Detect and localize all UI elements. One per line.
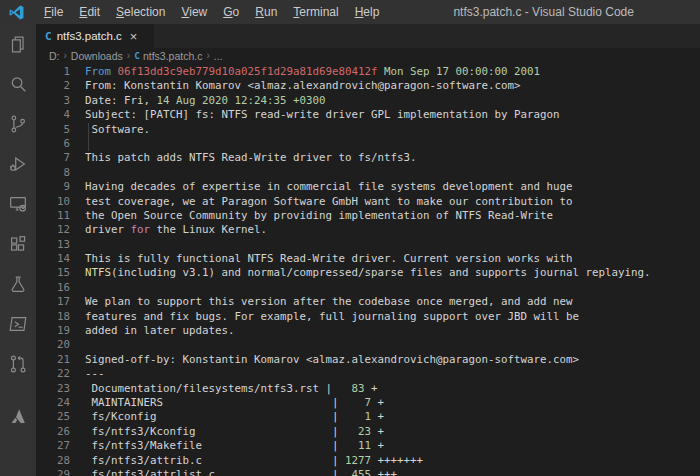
- menu-go[interactable]: Go: [215, 0, 247, 24]
- line-content: [70, 281, 700, 295]
- line-number: 6: [36, 137, 70, 151]
- code-line[interactable]: 25 fs/Kconfig | 1 +: [36, 410, 700, 424]
- vscode-logo-icon: [8, 4, 24, 20]
- line-content: fs/ntfs3/attrlist.c | 455 +++: [70, 468, 700, 476]
- code-line[interactable]: 10test coverage, we at Paragon Software …: [36, 195, 700, 209]
- code-line[interactable]: 11the Open Source Community by providing…: [36, 209, 700, 223]
- line-content: test coverage, we at Paragon Software Gm…: [70, 195, 700, 209]
- title-bar: FileEditSelectionViewGoRunTerminalHelp n…: [0, 0, 700, 24]
- github-pull-request-icon[interactable]: [6, 352, 30, 376]
- line-number: 27: [36, 439, 70, 453]
- line-content: ---: [70, 367, 700, 381]
- line-content: Subject: [PATCH] fs: NTFS read-write dri…: [70, 108, 700, 122]
- tab-bar: C ntfs3.patch.c ×: [36, 24, 700, 48]
- code-area[interactable]: 1From 06f13dd3c9eb779d10a025f1d29a81d69e…: [36, 63, 700, 476]
- breadcrumb-item[interactable]: D:: [49, 50, 60, 62]
- line-content: driver for the Linux Kernel.: [70, 223, 700, 237]
- code-line[interactable]: 8: [36, 166, 700, 180]
- tab-close-icon[interactable]: ×: [130, 30, 138, 43]
- code-line[interactable]: 7This patch adds NTFS Read-Write driver …: [36, 151, 700, 165]
- code-line[interactable]: 9Having decades of expertise in commerci…: [36, 180, 700, 194]
- menu-file[interactable]: File: [36, 0, 71, 24]
- code-line[interactable]: 19added in later updates.: [36, 324, 700, 338]
- line-number: 8: [36, 166, 70, 180]
- line-number: 10: [36, 195, 70, 209]
- menu-help[interactable]: Help: [347, 0, 388, 24]
- line-number: 13: [36, 238, 70, 252]
- breadcrumb-item[interactable]: ...: [214, 50, 223, 62]
- menu-terminal[interactable]: Terminal: [285, 0, 346, 24]
- breadcrumb-item[interactable]: Downloads: [71, 50, 123, 62]
- line-number: 28: [36, 454, 70, 468]
- breadcrumb-separator: ›: [127, 50, 130, 61]
- line-content: Signed-off-by: Konstantin Komarov <almaz…: [70, 353, 700, 367]
- line-content: Having decades of expertise in commercia…: [70, 180, 700, 194]
- line-number: 22: [36, 367, 70, 381]
- code-line[interactable]: 2From: Konstantin Komarov <almaz.alexand…: [36, 79, 700, 93]
- c-language-icon: C: [45, 30, 52, 43]
- line-content: MAINTAINERS | 7 +: [70, 396, 700, 410]
- code-line[interactable]: 23 Documentation/filesystems/ntfs3.rst |…: [36, 382, 700, 396]
- line-content: fs/ntfs3/attrib.c | 1277 +++++++: [70, 454, 700, 468]
- line-number: 14: [36, 252, 70, 266]
- line-content: features and fix bugs. For example, full…: [70, 310, 700, 324]
- azure-icon[interactable]: [6, 404, 30, 428]
- code-line[interactable]: 1From 06f13dd3c9eb779d10a025f1d29a81d69e…: [36, 65, 700, 79]
- line-content: This patch adds NTFS Read-Write driver t…: [70, 151, 700, 165]
- breadcrumb: D:›Downloads›Cntfs3.patch.c›...: [36, 48, 700, 63]
- breadcrumb-separator: ›: [64, 50, 67, 61]
- code-line[interactable]: 24 MAINTAINERS | 7 +: [36, 396, 700, 410]
- testing-beaker-icon[interactable]: [6, 272, 30, 296]
- code-line[interactable]: 28 fs/ntfs3/attrib.c | 1277 +++++++: [36, 454, 700, 468]
- code-line[interactable]: 4Subject: [PATCH] fs: NTFS read-write dr…: [36, 108, 700, 122]
- search-icon[interactable]: [6, 72, 30, 96]
- code-line[interactable]: 12driver for the Linux Kernel.: [36, 223, 700, 237]
- code-line[interactable]: 29 fs/ntfs3/attrlist.c | 455 +++: [36, 468, 700, 476]
- code-line[interactable]: 17We plan to support this version after …: [36, 295, 700, 309]
- terminal-powershell-icon[interactable]: [6, 312, 30, 336]
- code-line[interactable]: 18features and fix bugs. For example, fu…: [36, 310, 700, 324]
- menu-selection[interactable]: Selection: [108, 0, 173, 24]
- line-content: fs/Kconfig | 1 +: [70, 410, 700, 424]
- line-number: 17: [36, 295, 70, 309]
- breadcrumb-item[interactable]: Cntfs3.patch.c: [134, 50, 202, 62]
- tab-label: ntfs3.patch.c: [57, 30, 122, 42]
- code-line[interactable]: 6: [36, 137, 700, 151]
- line-content: Documentation/filesystems/ntfs3.rst | 83…: [70, 382, 700, 396]
- extensions-icon[interactable]: [6, 232, 30, 256]
- vscode-window: FileEditSelectionViewGoRunTerminalHelp n…: [0, 0, 700, 476]
- menu-run[interactable]: Run: [247, 0, 285, 24]
- code-line[interactable]: 14This is fully functional NTFS Read-Wri…: [36, 252, 700, 266]
- line-content: From 06f13dd3c9eb779d10a025f1d29a81d69e8…: [70, 65, 700, 79]
- run-and-debug-icon[interactable]: [6, 152, 30, 176]
- code-line[interactable]: 26 fs/ntfs3/Kconfig | 23 +: [36, 425, 700, 439]
- code-line[interactable]: 20: [36, 338, 700, 352]
- line-number: 16: [36, 281, 70, 295]
- code-line[interactable]: 15NTFS(including v3.1) and normal/compre…: [36, 266, 700, 280]
- menu-view[interactable]: View: [173, 0, 215, 24]
- code-line[interactable]: 5 Software.: [36, 123, 700, 137]
- code-line[interactable]: 22---: [36, 367, 700, 381]
- window-title: ntfs3.patch.c - Visual Studio Code: [387, 5, 700, 19]
- line-number: 26: [36, 425, 70, 439]
- explorer-icon[interactable]: [6, 32, 30, 56]
- line-number: 3: [36, 94, 70, 108]
- code-line[interactable]: 13: [36, 238, 700, 252]
- remote-explorer-icon[interactable]: [6, 192, 30, 216]
- code-line[interactable]: 21Signed-off-by: Konstantin Komarov <alm…: [36, 353, 700, 367]
- source-control-icon[interactable]: [6, 112, 30, 136]
- menu-edit[interactable]: Edit: [71, 0, 108, 24]
- activity-bar: [0, 24, 36, 476]
- code-line[interactable]: 27 fs/ntfs3/Makefile | 11 +: [36, 439, 700, 453]
- line-content: fs/ntfs3/Kconfig | 23 +: [70, 425, 700, 439]
- code-line[interactable]: 16: [36, 281, 700, 295]
- line-content: fs/ntfs3/Makefile | 11 +: [70, 439, 700, 453]
- line-content: the Open Source Community by providing i…: [70, 209, 700, 223]
- line-number: 25: [36, 410, 70, 424]
- line-number: 20: [36, 338, 70, 352]
- line-number: 23: [36, 382, 70, 396]
- code-line[interactable]: 3Date: Fri, 14 Aug 2020 12:24:35 +0300: [36, 94, 700, 108]
- line-number: 4: [36, 108, 70, 122]
- line-content: This is fully functional NTFS Read-Write…: [70, 252, 700, 266]
- tab-ntfs3-patch-c[interactable]: C ntfs3.patch.c ×: [36, 24, 154, 48]
